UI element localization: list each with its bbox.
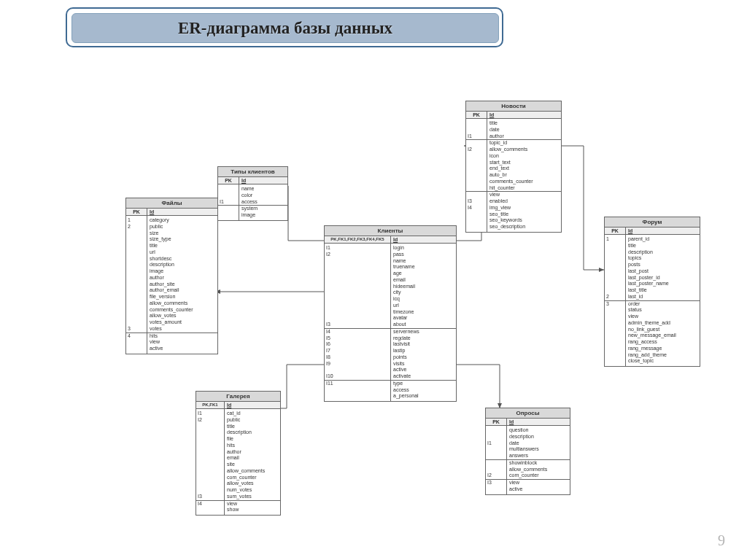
key: [605, 287, 625, 294]
key: 2: [605, 294, 625, 300]
pk-header: PK: [605, 228, 626, 234]
key: [126, 249, 147, 256]
key: [466, 185, 487, 192]
id-header: Id: [391, 236, 456, 243]
id-header: Id: [626, 228, 700, 234]
key: [605, 275, 625, 281]
attr: a_personal: [391, 393, 456, 400]
attr: last_id: [626, 294, 700, 300]
attr: size_type: [147, 236, 217, 243]
key: [466, 120, 487, 127]
key: I1: [466, 133, 487, 140]
attr-column: cat_idpublictitledescriptionfilehitsauth…: [225, 409, 280, 515]
key: [126, 268, 147, 275]
attr: view: [225, 501, 280, 508]
attr: allow_comments: [147, 300, 217, 307]
id-header: Id: [507, 419, 570, 425]
key: [605, 281, 625, 287]
attr: close_topic: [626, 358, 700, 365]
key: [196, 507, 224, 513]
entity-title: Форум: [605, 217, 700, 228]
pk-header: PK: [218, 177, 239, 184]
key: [126, 346, 147, 352]
attr: last_title: [626, 287, 700, 294]
attr: lastip: [391, 348, 456, 354]
key: [605, 307, 625, 314]
key: [218, 206, 239, 212]
attr: access: [239, 199, 287, 206]
key: [605, 346, 625, 352]
key: [196, 481, 224, 487]
attr: url: [147, 249, 217, 256]
attr: posts: [626, 262, 700, 268]
key: I3: [486, 480, 506, 486]
attr: description: [225, 429, 280, 436]
attr: last_poster_id: [626, 275, 700, 281]
key: [196, 462, 224, 468]
key: [126, 300, 147, 307]
key: [605, 358, 625, 365]
key: [218, 212, 239, 219]
attr: com_counter: [225, 475, 280, 481]
key: [466, 166, 487, 172]
key: [218, 186, 239, 192]
attr: enabled: [487, 198, 561, 205]
key: [325, 393, 390, 400]
attr: end_text: [487, 166, 561, 172]
attr: votes_amount: [147, 319, 217, 326]
attr: pass: [391, 252, 456, 258]
key: [605, 320, 625, 327]
entity-title: Клиенты: [325, 226, 456, 236]
key: I6: [325, 341, 390, 348]
key: [325, 303, 390, 309]
diagram-canvas: Типы клиентов PKId I1 namecoloraccesssys…: [0, 0, 747, 560]
key: 1: [605, 236, 625, 243]
key: [325, 284, 390, 290]
attr: date: [487, 127, 561, 133]
attr: public: [225, 417, 280, 424]
key: [605, 339, 625, 346]
attr: hit_counter: [487, 185, 561, 192]
entity-title: Типы клиентов: [218, 167, 287, 177]
key: [325, 258, 390, 265]
attr: title: [147, 243, 217, 249]
key: 3: [126, 326, 147, 332]
key: 4: [126, 333, 147, 340]
slide-number: 9: [718, 532, 725, 549]
attr: city: [391, 289, 456, 296]
key: I4: [325, 329, 390, 335]
key: [126, 339, 147, 346]
key: I3: [196, 494, 224, 500]
attr: points: [391, 354, 456, 361]
key: I1: [325, 245, 390, 252]
attr: icon: [487, 153, 561, 160]
key: I8: [325, 354, 390, 361]
key: [325, 367, 390, 373]
entity-clients: Клиенты PK,FK1,FK2,FK3,FK4,FK5Id I1I2 I3…: [324, 225, 457, 402]
key: I2: [325, 252, 390, 258]
attr: site: [225, 462, 280, 468]
key: [486, 427, 506, 434]
attr: answers: [507, 453, 570, 459]
id-header: Id: [239, 177, 287, 184]
key: [196, 455, 224, 462]
key: [126, 287, 147, 294]
key: [126, 313, 147, 319]
attr: activate: [391, 373, 456, 380]
key: [466, 153, 487, 160]
attr: url: [391, 303, 456, 309]
id-header: Id: [147, 209, 217, 215]
attr: allow_comments: [487, 147, 561, 153]
attr: description: [507, 434, 570, 440]
attr: comments_counter: [147, 307, 217, 314]
entity-title: Новости: [466, 101, 561, 112]
attr: author_email: [147, 287, 217, 294]
attr: allow_comments: [507, 467, 570, 473]
key: [486, 467, 506, 473]
key: [325, 277, 390, 284]
key: I2: [196, 417, 224, 424]
attr-column: questiondescriptiondatemultianswersanswe…: [507, 426, 570, 494]
key: [605, 314, 625, 320]
key: I3: [325, 322, 390, 328]
attr: login: [391, 245, 456, 252]
